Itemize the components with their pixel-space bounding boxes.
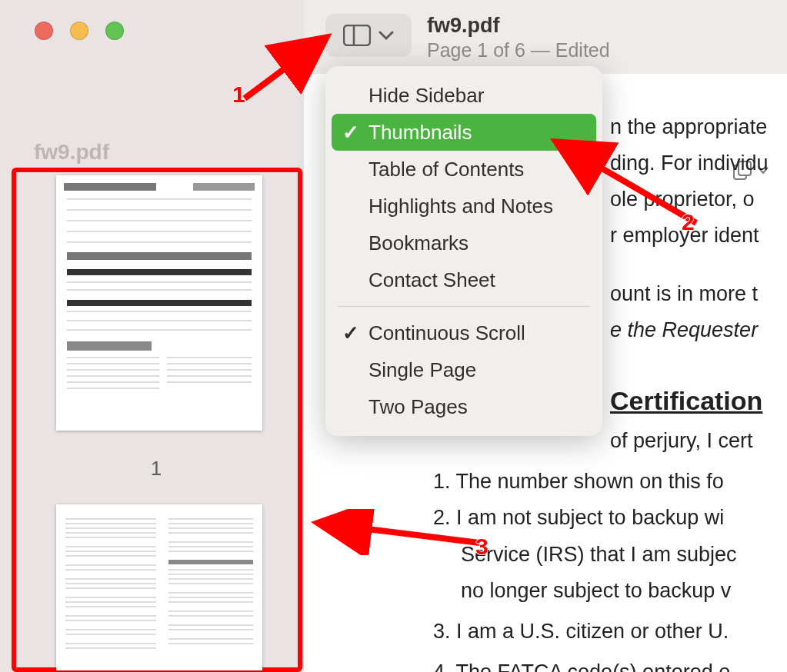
file-info: fw9.pdf Page 1 of 6 — Edited	[427, 14, 610, 62]
menu-item-thumbnails[interactable]: ✓ Thumbnails	[332, 114, 596, 151]
file-title: fw9.pdf	[427, 14, 610, 38]
page-status: Page 1 of 6 — Edited	[427, 39, 610, 62]
menu-item-table-of-contents[interactable]: Table of Contents	[332, 151, 596, 188]
sidebar-file-title: fw9.pdf	[34, 140, 109, 165]
checkmark-icon: ✓	[342, 121, 359, 145]
menu-item-label: Thumbnails	[368, 121, 472, 145]
thumbnail-page-1-label: 1	[53, 457, 259, 481]
menu-item-hide-sidebar[interactable]: Hide Sidebar	[332, 77, 596, 114]
sidebar-icon	[343, 25, 371, 46]
annotation-label-2: 2	[682, 209, 695, 235]
menu-item-two-pages[interactable]: Two Pages	[332, 388, 596, 425]
thumbnail-page-1[interactable]	[56, 175, 262, 431]
menu-item-label: Two Pages	[368, 395, 468, 419]
menu-item-contact-sheet[interactable]: Contact Sheet	[332, 261, 596, 298]
annotation-label-3: 3	[475, 534, 489, 560]
menu-item-label: Bookmarks	[368, 231, 469, 255]
sidebar: fw9.pdf	[0, 0, 304, 672]
window-controls	[35, 22, 124, 40]
menu-item-label: Hide Sidebar	[368, 84, 484, 108]
menu-item-label: Single Page	[368, 358, 476, 382]
thumbnails-list: 1	[12, 168, 302, 672]
window-close-button[interactable]	[35, 22, 53, 40]
menu-item-bookmarks[interactable]: Bookmarks	[332, 225, 596, 261]
annotation-label-1: 1	[232, 82, 245, 108]
svg-rect-2	[344, 25, 370, 45]
menu-item-label: Contact Sheet	[368, 268, 495, 292]
menu-item-single-page[interactable]: Single Page	[332, 351, 596, 388]
window-zoom-button[interactable]	[105, 22, 124, 40]
menu-item-continuous-scroll[interactable]: ✓ Continuous Scroll	[332, 314, 596, 351]
chevron-down-icon	[378, 30, 394, 41]
sidebar-view-button[interactable]	[325, 14, 412, 57]
sidebar-view-menu: Hide Sidebar ✓ Thumbnails Table of Conte…	[325, 66, 602, 436]
thumbnail-page-2[interactable]	[56, 504, 262, 670]
menu-item-highlights-notes[interactable]: Highlights and Notes	[332, 188, 596, 225]
toolbar: fw9.pdf Page 1 of 6 — Edited	[304, 0, 787, 71]
menu-separator	[338, 306, 590, 307]
window-minimize-button[interactable]	[70, 22, 88, 40]
menu-item-label: Table of Contents	[368, 158, 524, 181]
menu-item-label: Continuous Scroll	[368, 321, 525, 345]
menu-item-label: Highlights and Notes	[368, 195, 553, 218]
checkmark-icon: ✓	[342, 321, 359, 345]
